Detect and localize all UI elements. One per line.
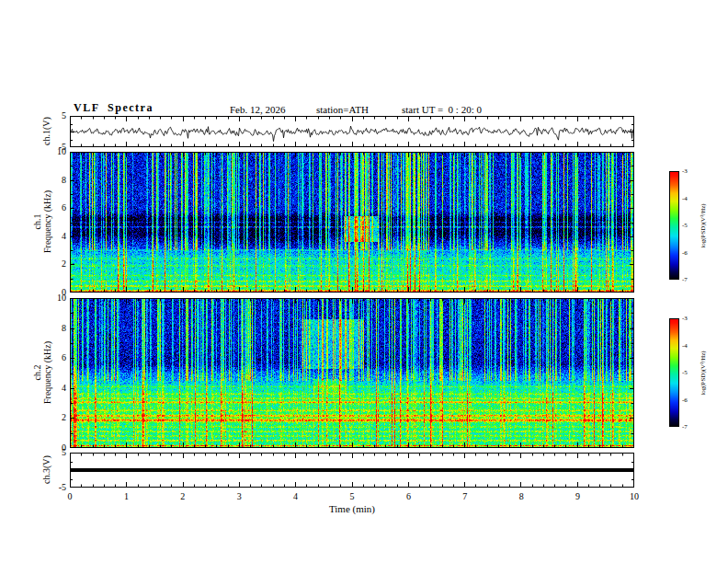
start-ut-label: start UT = 0 : 20: 0: [402, 104, 482, 115]
ch1-freq-tick-label: 6: [50, 202, 66, 213]
ch3-voltage-tick-label: -5: [50, 482, 66, 493]
x-tick-label: 6: [398, 491, 418, 502]
ch1-spectrogram-panel: [70, 152, 634, 293]
ch2-freq-tick-label: 10: [50, 293, 66, 304]
ch1-frequency-axis-label: ch.1 Frequency (kHz): [31, 151, 53, 293]
colorbar1-label: log(PSD)(V²/Hz): [700, 178, 708, 274]
ch1-voltage-tick-label: 5: [50, 110, 66, 121]
colorbar2-tick-label: -6: [682, 396, 697, 404]
x-tick-label: 2: [173, 491, 193, 502]
ch3-waveform-panel: [70, 453, 634, 488]
colorbar1-tick-label: -7: [682, 276, 697, 283]
colorbar2-label: log(PSD)(V²/Hz): [700, 326, 708, 421]
colorbar-ch2: [669, 318, 679, 427]
x-tick-label: 8: [511, 491, 531, 502]
colorbar2-tick-label: -3: [682, 315, 697, 322]
x-tick-label: 5: [342, 491, 362, 502]
x-tick-label: 10: [624, 491, 644, 502]
ch1-voltage-tick-label: -5: [50, 142, 66, 153]
page-title: VLF Spectra: [74, 101, 154, 115]
vlf-spectra-figure: VLF Spectra Feb. 12, 2026 station=ATH st…: [0, 0, 728, 563]
ch2-freq-tick-label: 2: [50, 412, 66, 423]
ch1-freq-tick-label: 2: [50, 259, 66, 270]
ch1-freq-tick-label: 8: [50, 175, 66, 186]
colorbar1-tick-label: -6: [682, 249, 697, 257]
ch2-spectrogram-panel: [70, 298, 634, 448]
ch1-freq-tick-label: 4: [50, 231, 66, 242]
ch1-waveform-panel: [70, 116, 634, 147]
x-tick-label: 3: [229, 491, 249, 502]
station-label: station=ATH: [316, 104, 369, 115]
colorbar1-tick-label: -5: [682, 222, 697, 229]
colorbar2-tick-label: -4: [682, 342, 697, 350]
colorbar1-tick-label: -4: [682, 195, 697, 202]
date-label: Feb. 12, 2026: [230, 104, 286, 115]
colorbar-ch1: [669, 171, 679, 280]
ch2-frequency-axis-label: ch.2 Frequency (kHz): [31, 297, 53, 448]
x-tick-label: 1: [116, 491, 136, 502]
colorbar2-tick-label: -7: [682, 423, 697, 431]
colorbar2-tick-label: -5: [682, 369, 697, 376]
time-axis-label: Time (min): [297, 503, 407, 514]
x-tick-label: 9: [568, 491, 588, 502]
x-tick-label: 4: [286, 491, 306, 502]
ch2-freq-tick-label: 6: [50, 352, 66, 363]
x-tick-label: 7: [455, 491, 475, 502]
ch3-voltage-tick-label: 5: [50, 447, 66, 458]
colorbar1-tick-label: -3: [682, 167, 697, 175]
ch2-freq-tick-label: 8: [50, 323, 66, 334]
ch2-freq-tick-label: 4: [50, 383, 66, 394]
